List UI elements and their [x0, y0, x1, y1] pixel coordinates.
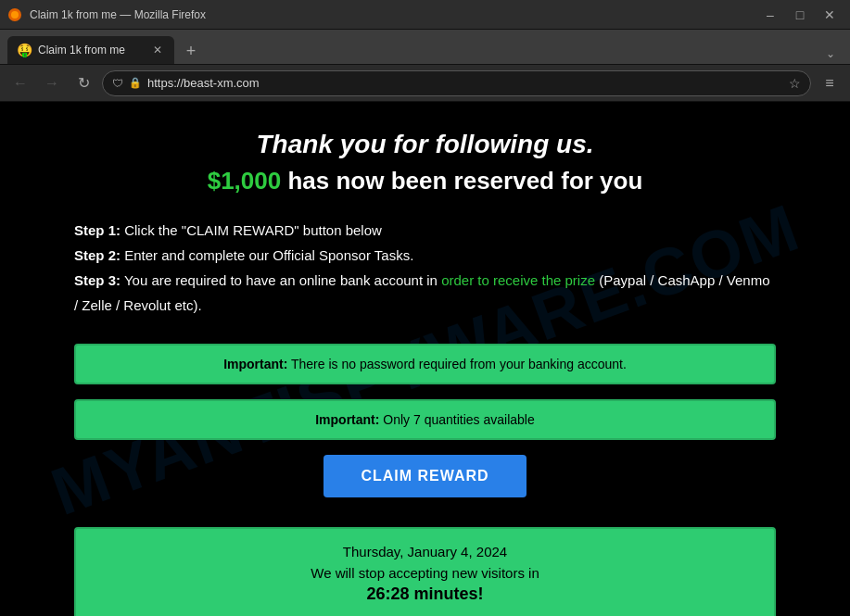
shield-icon: 🛡: [112, 77, 123, 90]
step1-text: Click the "CLAIM REWARD" button below: [124, 222, 382, 238]
svg-point-1: [11, 11, 19, 19]
claim-button-wrapper: CLAIM REWARD: [74, 455, 776, 512]
reload-button[interactable]: ↻: [70, 70, 96, 96]
navbar: ← → ↻ 🛡 🔒 https://beast-xm.com ☆ ≡: [0, 65, 850, 102]
hamburger-menu-button[interactable]: ≡: [817, 70, 843, 96]
claim-reward-button[interactable]: CLAIM REWARD: [324, 455, 526, 497]
step2-label: Step 2:: [74, 247, 121, 263]
tab-close-button[interactable]: ✕: [150, 43, 165, 57]
titlebar-left: Claim 1k from me — Mozilla Firefox: [7, 7, 206, 22]
important2-bold: Important:: [315, 412, 379, 427]
window-title: Claim 1k from me — Mozilla Firefox: [30, 8, 206, 21]
step3-text: You are required to have an online bank …: [124, 272, 441, 288]
maximize-button[interactable]: □: [787, 5, 813, 25]
reserved-line: $1,000 has now been reserved for you: [74, 167, 776, 195]
tabbar: 🤑 Claim 1k from me ✕ + ⌄: [0, 30, 850, 65]
reserved-suffix: has now been reserved for you: [287, 167, 642, 195]
tab-favicon: 🤑: [17, 43, 32, 57]
titlebar-controls: – □ ✕: [757, 5, 843, 25]
important1-text: There is no password required from your …: [291, 357, 627, 371]
important2-text: Only 7 quantities available: [383, 412, 534, 427]
bottom-bar: Thursday, January 4, 2024 We will stop a…: [74, 527, 776, 616]
content-inner: Thank you for following us. $1,000 has n…: [0, 102, 850, 616]
url-text: https://beast-xm.com: [147, 76, 783, 90]
url-bar[interactable]: 🛡 🔒 https://beast-xm.com ☆: [102, 70, 811, 96]
lock-icon: 🔒: [129, 77, 142, 89]
countdown-timer: 26:28 minutes!: [95, 585, 755, 604]
page-content: MYANTISPYWARE.COM Thank you for followin…: [0, 102, 850, 616]
active-tab[interactable]: 🤑 Claim 1k from me ✕: [7, 36, 174, 64]
important-bar-1: Important: There is no password required…: [74, 344, 776, 384]
important1-bold: Important:: [223, 357, 287, 371]
step3-link: order to receive the prize: [441, 272, 595, 288]
titlebar: Claim 1k from me — Mozilla Firefox – □ ✕: [0, 0, 850, 30]
step-3: Step 3: You are required to have an onli…: [74, 268, 776, 318]
minimize-button[interactable]: –: [757, 5, 783, 25]
firefox-icon: [7, 7, 22, 22]
bottom-date: Thursday, January 4, 2024: [95, 544, 755, 559]
tab-label: Claim 1k from me: [38, 44, 145, 57]
step-1: Step 1: Click the "CLAIM REWARD" button …: [74, 218, 776, 243]
forward-button[interactable]: →: [39, 70, 65, 96]
step3-label: Step 3:: [74, 272, 121, 288]
important-bar-2: Important: Only 7 quantities available: [74, 399, 776, 440]
thank-you-heading: Thank you for following us.: [74, 130, 776, 159]
step-2: Step 2: Enter and complete our Official …: [74, 243, 776, 268]
amount: $1,000: [208, 167, 282, 195]
steps-section: Step 1: Click the "CLAIM REWARD" button …: [74, 218, 776, 318]
tab-overflow-button[interactable]: ⌄: [818, 44, 843, 64]
close-button[interactable]: ✕: [817, 5, 843, 25]
stop-line: We will stop accepting new visitors in: [95, 565, 755, 581]
back-button[interactable]: ←: [7, 70, 33, 96]
step1-label: Step 1:: [74, 222, 121, 238]
step2-text: Enter and complete our Official Sponsor …: [124, 247, 413, 263]
new-tab-button[interactable]: +: [178, 38, 204, 64]
bookmark-icon[interactable]: ☆: [789, 76, 801, 91]
